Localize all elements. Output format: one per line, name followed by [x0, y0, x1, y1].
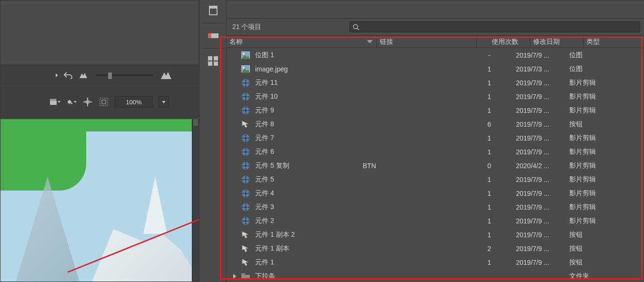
paint-bucket-icon[interactable]: [66, 97, 77, 107]
svg-point-37: [242, 110, 244, 111]
svg-point-55: [242, 165, 244, 166]
canvas-mountain-left: [7, 177, 88, 282]
movie-type-icon: [241, 106, 250, 115]
svg-point-62: [248, 179, 249, 180]
svg-point-65: [245, 190, 246, 191]
align-panel-icon[interactable]: [205, 53, 222, 69]
svg-point-70: [245, 206, 247, 208]
library-row[interactable]: 元件 312019/7/9 ...影片剪辑: [227, 200, 644, 214]
library-row[interactable]: 元件 712019/7/9 ...影片剪辑: [227, 131, 644, 145]
row-name-text: 下拉条: [255, 272, 275, 281]
col-header-link[interactable]: 链接: [377, 36, 477, 48]
zoom-value[interactable]: 100%: [115, 96, 153, 108]
col-header-date[interactable]: 修改日期: [530, 36, 584, 48]
svg-point-78: [245, 222, 246, 224]
svg-point-25: [242, 82, 244, 83]
expand-triangle-icon[interactable]: [233, 274, 236, 279]
movie-type-icon: [241, 148, 250, 156]
col-header-type[interactable]: 类型: [584, 36, 644, 48]
swatches-panel-icon[interactable]: [205, 28, 222, 43]
svg-point-31: [242, 96, 244, 97]
library-row[interactable]: 元件 5 复制BTN02020/4/2 ...影片剪辑: [227, 159, 644, 172]
row-type-text: 影片剪辑: [569, 79, 644, 87]
col-header-name[interactable]: 名称: [227, 36, 377, 48]
zoom-slider[interactable]: [96, 74, 153, 76]
row-name-text: 元件 2: [255, 217, 274, 225]
row-date-text: 2019/7/9 ...: [516, 148, 569, 156]
svg-line-16: [357, 28, 359, 30]
row-use-count: 1: [463, 93, 516, 101]
left-top-empty-panel: [0, 0, 199, 65]
undo-icon[interactable]: [63, 70, 73, 80]
row-use-count: 1: [463, 107, 516, 114]
svg-point-28: [245, 95, 247, 98]
row-use-count: 1: [463, 217, 516, 225]
canvas-mountain-right: [86, 229, 192, 282]
clapperboard-icon[interactable]: [50, 97, 60, 107]
svg-point-61: [242, 179, 244, 180]
play-icon[interactable]: [56, 73, 58, 77]
row-date-text: 2019/7/9 ...: [516, 245, 569, 252]
row-type-text: 位图: [569, 51, 644, 60]
stage-canvas[interactable]: [0, 119, 192, 282]
row-use-count: 2: [463, 245, 516, 252]
row-date-text: 2019/7/9 ...: [516, 107, 569, 114]
row-date-text: 2019/7/3 ...: [516, 65, 569, 73]
row-name-text: 元件 5 复制: [255, 161, 289, 170]
image-type-icon: [241, 65, 250, 73]
library-row[interactable]: 元件 512019/7/9 ...影片剪辑: [227, 172, 644, 186]
library-search-input[interactable]: [349, 21, 640, 32]
svg-rect-3: [100, 98, 108, 106]
row-use-count: 1: [463, 231, 516, 239]
library-row[interactable]: 元件 912019/7/9 ...影片剪辑: [227, 103, 644, 117]
library-row[interactable]: 元件 1 副本 212019/7/9 ...按钮: [227, 228, 644, 242]
svg-point-72: [245, 209, 246, 210]
row-use-count: 1: [463, 79, 516, 87]
mountain-large-icon[interactable]: [161, 70, 171, 80]
svg-point-40: [245, 137, 247, 139]
svg-point-80: [248, 220, 249, 222]
col-header-used[interactable]: 使用次数: [477, 36, 530, 48]
library-row[interactable]: 元件 862019/7/9 ...按钮: [227, 117, 644, 131]
row-type-text: 影片剪辑: [569, 106, 644, 115]
clip-content-icon[interactable]: [99, 97, 109, 107]
library-row[interactable]: 位图 1-2019/7/9 ...位图: [227, 48, 644, 62]
mountain-small-icon[interactable]: [78, 70, 89, 80]
library-row[interactable]: 元件 412019/7/9 ...影片剪辑: [227, 186, 644, 200]
row-use-count: 1: [463, 176, 516, 183]
stage-scrollbar-vertical[interactable]: [192, 119, 199, 282]
svg-point-38: [248, 110, 249, 111]
svg-point-46: [245, 151, 247, 153]
svg-point-18: [243, 53, 245, 55]
svg-point-23: [245, 79, 246, 81]
svg-rect-11: [208, 56, 212, 60]
library-row[interactable]: 元件 1 副本22019/7/9 ...按钮: [227, 242, 644, 255]
svg-rect-10: [208, 33, 211, 38]
row-name-text: 元件 11: [255, 79, 277, 87]
row-use-count: 1: [463, 190, 516, 197]
svg-rect-0: [50, 101, 57, 105]
svg-point-44: [248, 137, 249, 139]
row-date-text: 2019/7/9 ...: [516, 259, 569, 266]
zoom-dropdown[interactable]: [159, 96, 169, 108]
library-row[interactable]: image.jpeg12019/7/3 ...位图: [227, 62, 644, 76]
library-row[interactable]: 元件 112019/7/9 ...按钮: [227, 255, 644, 269]
center-stage-icon[interactable]: [82, 97, 93, 107]
svg-point-32: [248, 96, 249, 97]
library-search-row: 21 个项目: [227, 19, 644, 36]
row-use-count: 1: [463, 134, 516, 142]
movie-type-icon: [241, 92, 250, 101]
library-row[interactable]: 元件 1012019/7/9 ...影片剪辑: [227, 90, 644, 103]
library-panel-icon[interactable]: [205, 3, 222, 18]
library-panel: 21 个项目 名称 链接 使用次数 修改日期 类型 位图 1-2019/7/9 …: [227, 0, 644, 282]
library-row[interactable]: 元件 1112019/7/9 ...影片剪辑: [227, 76, 644, 90]
library-row[interactable]: 元件 212019/7/9 ...影片剪辑: [227, 214, 644, 228]
svg-point-76: [245, 220, 247, 222]
movie-type-icon: [241, 79, 250, 87]
svg-point-43: [242, 137, 244, 139]
library-row[interactable]: 下拉条文件夹: [227, 269, 644, 282]
svg-point-68: [248, 192, 249, 194]
svg-point-79: [242, 220, 244, 222]
library-row[interactable]: 元件 612019/7/9 ...影片剪辑: [227, 145, 644, 159]
row-name-text: 位图 1: [255, 51, 274, 60]
